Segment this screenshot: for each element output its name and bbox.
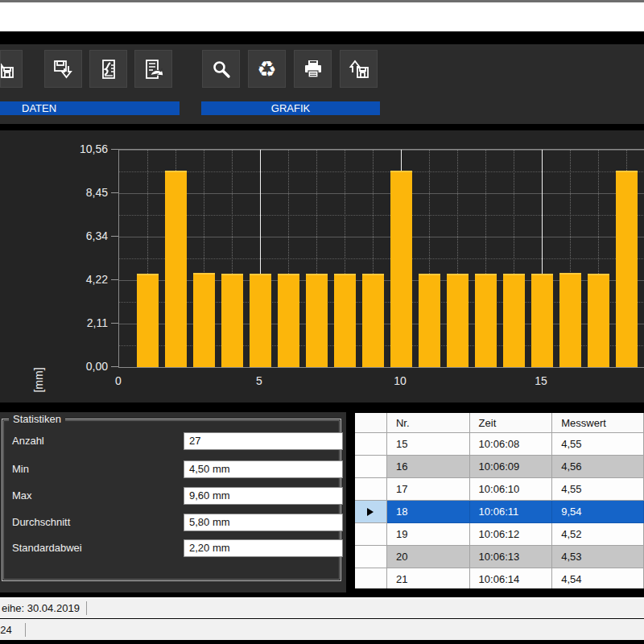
bar-measurement-4 [221, 274, 243, 367]
y-tick-mark [111, 236, 118, 237]
y-tick-label: 2,11 [68, 316, 108, 329]
row-selector-cell[interactable] [355, 546, 387, 568]
toolbar: DATEN ♻ [0, 44, 644, 124]
plot-area [118, 149, 644, 368]
x-tick-label: 0 [102, 374, 134, 387]
chart-panel: [mm] 0,002,114,226,348,4510,56 051015 [0, 130, 644, 402]
table-cell[interactable]: 10:06:10 [470, 478, 553, 501]
row-selector-cell[interactable] [355, 456, 387, 478]
y-tick-mark [111, 323, 118, 324]
divider [0, 402, 644, 412]
bar-measurement-17 [588, 274, 609, 367]
bar-measurement-13 [475, 274, 497, 367]
table-row[interactable]: 1510:06:084,55 [355, 433, 644, 456]
column-header-nr[interactable]: Nr. [387, 413, 470, 433]
y-tick-label: 10,56 [68, 142, 108, 155]
document-export-icon [142, 57, 166, 81]
column-header-zeit[interactable]: Zeit [470, 413, 553, 433]
table-cell[interactable]: 21 [387, 568, 470, 588]
table-cell[interactable]: 9,54 [552, 501, 644, 523]
table-row[interactable]: 1810:06:119,54 [355, 501, 644, 523]
bar-measurement-5 [250, 274, 271, 367]
table-row[interactable]: 2010:06:134,53 [355, 546, 644, 568]
table-header-row: Nr. Zeit Messwert [355, 413, 644, 433]
refresh-button[interactable]: ♻ [248, 50, 286, 88]
table-row[interactable]: 1710:06:104,55 [355, 478, 644, 501]
measurement-table: Nr. Zeit Messwert 1510:06:084,551610:06:… [355, 413, 644, 588]
y-tick-label: 8,45 [68, 186, 108, 199]
bar-measurement-16 [559, 273, 581, 367]
table-cell[interactable]: 4,56 [552, 456, 644, 478]
group-caption-grafik: GRAFIK [201, 101, 380, 115]
table-cell[interactable]: 4,55 [552, 433, 644, 456]
stat-value-field[interactable]: 27 [184, 432, 343, 450]
app-window: DATEN ♻ [0, 0, 644, 644]
recycle-icon: ♻ [257, 58, 276, 80]
table-cell[interactable]: 10:06:12 [470, 523, 553, 546]
table-cell[interactable]: 10:06:11 [470, 501, 553, 523]
save-data-button[interactable] [44, 50, 82, 88]
stat-value-field[interactable]: 2,20 mm [184, 539, 343, 557]
bar-measurement-18 [616, 171, 638, 367]
stat-label: Min [12, 463, 29, 475]
bar-measurement-7 [306, 274, 328, 367]
table-cell[interactable]: 4,53 [552, 546, 644, 568]
table-cell[interactable]: 20 [387, 546, 470, 568]
table-cell[interactable]: 10:06:14 [470, 568, 553, 588]
y-tick-label: 0,00 [68, 360, 108, 373]
export-image-button[interactable] [89, 50, 127, 88]
zoom-button[interactable] [202, 50, 240, 88]
table-cell[interactable]: 16 [387, 456, 470, 478]
table-row[interactable]: 2110:06:144,54 [355, 568, 644, 588]
stat-value-field[interactable]: 5,80 mm [184, 514, 343, 531]
group-caption-daten-label: DATEN [22, 101, 56, 115]
table-row[interactable]: 1610:06:094,56 [355, 456, 644, 478]
table-cell[interactable]: 17 [387, 478, 470, 501]
table-cell[interactable]: 4,52 [552, 523, 644, 546]
statistics-title: Statistiken [9, 413, 65, 425]
bar-measurement-1 [137, 274, 159, 367]
table-cell[interactable]: 15 [387, 433, 470, 456]
load-data-button[interactable] [0, 50, 23, 88]
row-selector-cell[interactable] [355, 478, 387, 501]
divider [0, 124, 644, 130]
magnifier-icon [209, 57, 233, 81]
table-cell[interactable]: 19 [387, 523, 470, 546]
row-selector-cell[interactable] [355, 568, 387, 588]
x-tick-label: 5 [243, 374, 275, 387]
table-cell[interactable]: 18 [387, 501, 470, 523]
bar-measurement-11 [419, 274, 440, 367]
gridline-h [119, 193, 644, 194]
table-cell[interactable]: 10:06:13 [470, 546, 553, 568]
table-cell[interactable]: 10:06:08 [470, 433, 553, 456]
status-bar-device: 424 [0, 619, 644, 640]
y-tick-mark [111, 366, 118, 367]
bar-measurement-15 [531, 274, 553, 367]
row-selector-cell[interactable] [355, 501, 387, 523]
row-selector-cell[interactable] [355, 433, 387, 456]
x-tick-label: 15 [525, 374, 557, 387]
device-text: 424 [0, 620, 12, 640]
table-cell[interactable]: 4,54 [552, 568, 644, 588]
y-tick-label: 6,34 [68, 229, 108, 242]
table-cell[interactable]: 10:06:09 [470, 456, 553, 478]
report-button[interactable] [134, 50, 172, 88]
table-cell[interactable]: 4,55 [552, 478, 644, 501]
row-selector-header [355, 413, 387, 433]
column-header-messwert[interactable]: Messwert [552, 413, 644, 433]
bar-measurement-6 [278, 274, 299, 367]
stat-value-field[interactable]: 4,50 mm [184, 460, 343, 478]
row-selector-cell[interactable] [355, 523, 387, 546]
print-button[interactable] [294, 50, 332, 88]
y-tick-mark [111, 149, 118, 150]
gridline-h [119, 150, 644, 151]
stat-value-field[interactable]: 9,60 mm [184, 487, 343, 505]
gridline-h-minor [119, 171, 644, 172]
bar-measurement-3 [193, 273, 215, 367]
document-image-icon [97, 57, 121, 81]
gridline-h-minor [119, 258, 644, 259]
save-graphic-button[interactable] [340, 50, 378, 88]
table-row[interactable]: 1910:06:124,52 [355, 523, 644, 546]
group-caption-daten: DATEN [0, 101, 180, 115]
x-tick-label: 10 [384, 374, 416, 387]
